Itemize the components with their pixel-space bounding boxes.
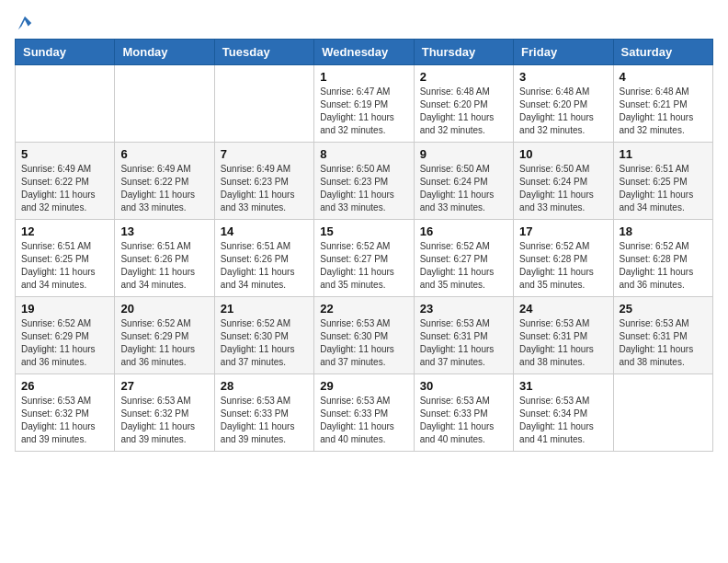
day-info: Sunrise: 6:50 AM Sunset: 6:24 PM Dayligh… xyxy=(420,163,507,214)
calendar-cell: 30Sunrise: 6:53 AM Sunset: 6:33 PM Dayli… xyxy=(414,374,513,452)
calendar-cell: 26Sunrise: 6:53 AM Sunset: 6:32 PM Dayli… xyxy=(16,374,115,452)
calendar-cell: 8Sunrise: 6:50 AM Sunset: 6:23 PM Daylig… xyxy=(314,143,414,220)
calendar-cell: 28Sunrise: 6:53 AM Sunset: 6:33 PM Dayli… xyxy=(214,374,313,452)
day-info: Sunrise: 6:49 AM Sunset: 6:23 PM Dayligh… xyxy=(221,163,308,214)
calendar-cell: 20Sunrise: 6:52 AM Sunset: 6:29 PM Dayli… xyxy=(115,297,214,374)
calendar-day-header: Sunday xyxy=(16,40,115,65)
calendar-day-header: Friday xyxy=(514,40,613,65)
day-info: Sunrise: 6:50 AM Sunset: 6:23 PM Dayligh… xyxy=(320,163,407,214)
calendar-cell: 21Sunrise: 6:52 AM Sunset: 6:30 PM Dayli… xyxy=(214,297,313,374)
calendar-cell xyxy=(613,374,712,452)
calendar-cell: 19Sunrise: 6:52 AM Sunset: 6:29 PM Dayli… xyxy=(16,297,115,374)
day-number: 8 xyxy=(320,147,407,161)
day-info: Sunrise: 6:50 AM Sunset: 6:24 PM Dayligh… xyxy=(519,163,607,214)
day-info: Sunrise: 6:49 AM Sunset: 6:22 PM Dayligh… xyxy=(120,163,208,214)
day-info: Sunrise: 6:52 AM Sunset: 6:29 PM Dayligh… xyxy=(120,317,208,369)
day-number: 10 xyxy=(519,147,607,161)
day-info: Sunrise: 6:53 AM Sunset: 6:32 PM Dayligh… xyxy=(120,395,208,446)
calendar-cell xyxy=(16,65,115,143)
calendar-week-row: 19Sunrise: 6:52 AM Sunset: 6:29 PM Dayli… xyxy=(16,297,713,374)
calendar-week-row: 12Sunrise: 6:51 AM Sunset: 6:25 PM Dayli… xyxy=(16,220,713,297)
svg-marker-0 xyxy=(18,17,31,29)
calendar-cell: 15Sunrise: 6:52 AM Sunset: 6:27 PM Dayli… xyxy=(314,220,414,297)
day-info: Sunrise: 6:52 AM Sunset: 6:27 PM Dayligh… xyxy=(320,240,407,292)
day-number: 6 xyxy=(120,147,208,161)
day-number: 2 xyxy=(420,70,507,84)
day-number: 16 xyxy=(420,224,507,238)
calendar-cell: 27Sunrise: 6:53 AM Sunset: 6:32 PM Dayli… xyxy=(115,374,214,452)
day-info: Sunrise: 6:53 AM Sunset: 6:31 PM Dayligh… xyxy=(620,317,707,369)
day-number: 30 xyxy=(420,379,507,393)
calendar-cell: 11Sunrise: 6:51 AM Sunset: 6:25 PM Dayli… xyxy=(613,143,712,220)
day-number: 3 xyxy=(519,70,607,84)
day-number: 1 xyxy=(320,70,407,84)
calendar-cell xyxy=(115,65,214,143)
calendar-cell: 12Sunrise: 6:51 AM Sunset: 6:25 PM Dayli… xyxy=(16,220,115,297)
day-number: 29 xyxy=(320,379,407,393)
day-number: 23 xyxy=(420,302,507,316)
day-info: Sunrise: 6:51 AM Sunset: 6:25 PM Dayligh… xyxy=(620,163,707,214)
day-number: 22 xyxy=(320,302,407,316)
day-info: Sunrise: 6:53 AM Sunset: 6:30 PM Dayligh… xyxy=(320,317,407,369)
day-number: 25 xyxy=(620,302,707,316)
day-number: 11 xyxy=(620,147,707,161)
day-number: 24 xyxy=(519,302,607,316)
day-info: Sunrise: 6:51 AM Sunset: 6:26 PM Dayligh… xyxy=(221,240,308,292)
day-number: 17 xyxy=(519,224,607,238)
calendar-day-header: Tuesday xyxy=(214,40,313,65)
calendar-cell: 7Sunrise: 6:49 AM Sunset: 6:23 PM Daylig… xyxy=(214,143,313,220)
day-number: 5 xyxy=(21,147,108,161)
calendar-cell: 6Sunrise: 6:49 AM Sunset: 6:22 PM Daylig… xyxy=(115,143,214,220)
calendar-cell: 10Sunrise: 6:50 AM Sunset: 6:24 PM Dayli… xyxy=(514,143,613,220)
calendar-day-header: Saturday xyxy=(613,40,712,65)
calendar-cell: 31Sunrise: 6:53 AM Sunset: 6:34 PM Dayli… xyxy=(514,374,613,452)
calendar-cell: 23Sunrise: 6:53 AM Sunset: 6:31 PM Dayli… xyxy=(414,297,513,374)
calendar-day-header: Thursday xyxy=(414,40,513,65)
calendar-cell: 25Sunrise: 6:53 AM Sunset: 6:31 PM Dayli… xyxy=(613,297,712,374)
day-number: 14 xyxy=(221,224,308,238)
day-number: 21 xyxy=(221,302,308,316)
day-info: Sunrise: 6:53 AM Sunset: 6:32 PM Dayligh… xyxy=(21,395,108,446)
day-info: Sunrise: 6:52 AM Sunset: 6:29 PM Dayligh… xyxy=(21,317,108,369)
day-number: 28 xyxy=(221,379,308,393)
day-number: 12 xyxy=(21,224,108,238)
calendar-week-row: 26Sunrise: 6:53 AM Sunset: 6:32 PM Dayli… xyxy=(16,374,713,452)
calendar-cell: 18Sunrise: 6:52 AM Sunset: 6:28 PM Dayli… xyxy=(613,220,712,297)
day-info: Sunrise: 6:53 AM Sunset: 6:31 PM Dayligh… xyxy=(519,317,607,369)
day-info: Sunrise: 6:48 AM Sunset: 6:21 PM Dayligh… xyxy=(620,86,707,137)
logo-icon xyxy=(17,15,33,31)
day-number: 20 xyxy=(120,302,208,316)
calendar-cell: 22Sunrise: 6:53 AM Sunset: 6:30 PM Dayli… xyxy=(314,297,414,374)
day-info: Sunrise: 6:52 AM Sunset: 6:28 PM Dayligh… xyxy=(519,240,607,292)
day-number: 31 xyxy=(519,379,607,393)
calendar-cell: 13Sunrise: 6:51 AM Sunset: 6:26 PM Dayli… xyxy=(115,220,214,297)
day-info: Sunrise: 6:48 AM Sunset: 6:20 PM Dayligh… xyxy=(420,86,507,137)
day-info: Sunrise: 6:52 AM Sunset: 6:28 PM Dayligh… xyxy=(620,240,707,292)
day-info: Sunrise: 6:52 AM Sunset: 6:27 PM Dayligh… xyxy=(420,240,507,292)
day-number: 7 xyxy=(221,147,308,161)
day-info: Sunrise: 6:48 AM Sunset: 6:20 PM Dayligh… xyxy=(519,86,607,137)
day-info: Sunrise: 6:51 AM Sunset: 6:26 PM Dayligh… xyxy=(120,240,208,292)
calendar-cell: 17Sunrise: 6:52 AM Sunset: 6:28 PM Dayli… xyxy=(514,220,613,297)
calendar-header-row: SundayMondayTuesdayWednesdayThursdayFrid… xyxy=(16,40,713,65)
calendar-day-header: Monday xyxy=(115,40,214,65)
calendar-cell: 14Sunrise: 6:51 AM Sunset: 6:26 PM Dayli… xyxy=(214,220,313,297)
logo xyxy=(15,15,33,28)
calendar-cell: 24Sunrise: 6:53 AM Sunset: 6:31 PM Dayli… xyxy=(514,297,613,374)
calendar-week-row: 5Sunrise: 6:49 AM Sunset: 6:22 PM Daylig… xyxy=(16,143,713,220)
day-number: 26 xyxy=(21,379,108,393)
calendar-cell: 5Sunrise: 6:49 AM Sunset: 6:22 PM Daylig… xyxy=(16,143,115,220)
day-number: 19 xyxy=(21,302,108,316)
day-number: 27 xyxy=(120,379,208,393)
page-header xyxy=(15,15,713,28)
day-info: Sunrise: 6:53 AM Sunset: 6:33 PM Dayligh… xyxy=(320,395,407,446)
day-number: 18 xyxy=(620,224,707,238)
day-number: 9 xyxy=(420,147,507,161)
calendar-cell xyxy=(214,65,313,143)
day-number: 15 xyxy=(320,224,407,238)
calendar-cell: 1Sunrise: 6:47 AM Sunset: 6:19 PM Daylig… xyxy=(314,65,414,143)
day-info: Sunrise: 6:51 AM Sunset: 6:25 PM Dayligh… xyxy=(21,240,108,292)
day-number: 13 xyxy=(120,224,208,238)
day-info: Sunrise: 6:53 AM Sunset: 6:31 PM Dayligh… xyxy=(420,317,507,369)
day-info: Sunrise: 6:47 AM Sunset: 6:19 PM Dayligh… xyxy=(320,86,407,137)
